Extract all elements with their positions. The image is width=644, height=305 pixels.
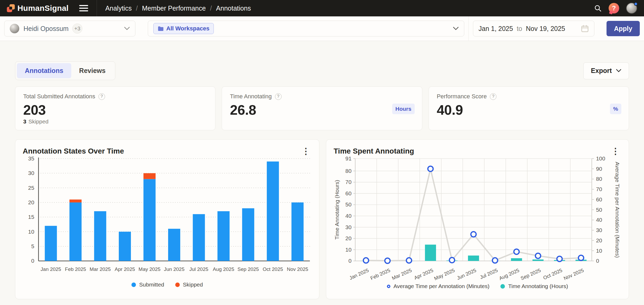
- member-name: Heidi Opossum: [23, 25, 69, 33]
- date-to[interactable]: Nov 19, 2025: [526, 25, 565, 33]
- bar-submitted: [69, 202, 82, 261]
- breadcrumb-analytics[interactable]: Analytics: [105, 4, 132, 12]
- stat-value: 40.9: [437, 102, 621, 118]
- bar-chart-svg: 05101520253035Jan 2025Feb 2025Mar 2025Ap…: [23, 155, 312, 280]
- humansignal-logo[interactable]: HumanSignal: [7, 4, 69, 13]
- right-tick-label: 60: [596, 196, 602, 202]
- legend-dot-icon: [131, 283, 136, 287]
- stat-card-total-submitted: Total Submitted Annotations ? 203 3Skipp…: [15, 86, 215, 130]
- right-tick-label: 50: [596, 207, 602, 213]
- left-tick-label: 0: [348, 258, 352, 264]
- left-tick-label: 10: [345, 247, 352, 253]
- x-tick-label: Apr 2025: [413, 267, 434, 281]
- legend-label: Average Time per Annotation (Minutes): [394, 283, 490, 289]
- member-avatar: [10, 24, 19, 33]
- tab-group: Annotations Reviews: [15, 61, 115, 80]
- legend-label: Submitted: [139, 281, 164, 288]
- help-circle-icon[interactable]: ?: [98, 93, 105, 100]
- export-button[interactable]: Export: [583, 62, 629, 79]
- right-tick-label: 100: [596, 155, 605, 161]
- x-tick-label: Jan 2025: [41, 266, 61, 272]
- x-tick-label: Sep 2025: [238, 266, 259, 272]
- x-tick-label: Feb 2025: [65, 266, 86, 272]
- legend-item[interactable]: Average Time per Annotation (Minutes): [387, 283, 490, 289]
- x-tick-label: May 2025: [139, 266, 160, 272]
- left-tick-label: 60: [345, 190, 352, 196]
- date-from[interactable]: Jan 1, 2025: [479, 25, 513, 33]
- x-tick-label: Jan 2025: [348, 267, 370, 281]
- stat-card-time-annotating: Time Annotating ? 26.8 Hours: [222, 86, 422, 130]
- help-circle-icon[interactable]: ?: [275, 93, 282, 100]
- x-tick-label: Nov 2025: [563, 267, 585, 281]
- user-avatar[interactable]: [626, 3, 637, 14]
- apply-button[interactable]: Apply: [607, 21, 640, 36]
- left-tick-label: 20: [345, 235, 352, 241]
- export-label: Export: [591, 67, 612, 75]
- bar-hours: [533, 260, 544, 261]
- right-tick-label: 40: [596, 217, 602, 223]
- stat-card-performance-score: Performance Score ? 40.9 %: [429, 86, 629, 130]
- bar-hours: [511, 258, 522, 261]
- calendar-icon[interactable]: [581, 25, 589, 33]
- workspace-select[interactable]: All Workspaces: [148, 21, 464, 36]
- workspace-chip[interactable]: All Workspaces: [153, 23, 214, 34]
- stat-value: 203: [23, 102, 207, 118]
- left-tick-label: 91: [345, 155, 352, 161]
- x-tick-label: Jul 2025: [479, 267, 499, 280]
- annotation-states-chart: 05101520253035Jan 2025Feb 2025Mar 2025Ap…: [23, 155, 312, 280]
- x-tick-label: Feb 2025: [370, 267, 391, 281]
- chevron-down-icon: [124, 27, 130, 30]
- legend-item-skipped[interactable]: Skipped: [175, 281, 203, 288]
- right-tick-label: 70: [596, 186, 602, 192]
- x-tick-label: Nov 2025: [287, 266, 308, 272]
- hamburger-menu-icon[interactable]: [79, 5, 88, 11]
- help-icon[interactable]: ?: [609, 3, 619, 13]
- right-tick-label: 20: [596, 237, 602, 243]
- folder-icon: [158, 26, 164, 31]
- unit-badge: %: [610, 104, 621, 114]
- y-tick-label: 35: [28, 155, 34, 161]
- right-tick-label: 0: [596, 258, 599, 264]
- avg-time-marker: [535, 253, 541, 258]
- date-range-input[interactable]: Jan 1, 2025 to Nov 19, 2025: [473, 21, 594, 36]
- x-tick-label: Oct 2025: [263, 266, 283, 272]
- search-icon[interactable]: [594, 4, 602, 12]
- tab-reviews[interactable]: Reviews: [71, 63, 113, 78]
- member-extra-badge: +3: [72, 24, 82, 34]
- left-axis-label: Time Annotating (Hours): [334, 180, 340, 239]
- breadcrumb-member-performance[interactable]: Member Performance: [142, 4, 206, 12]
- left-tick-label: 30: [345, 224, 352, 230]
- kebab-menu-icon[interactable]: ⋮: [300, 147, 312, 155]
- bars: [45, 161, 304, 261]
- y-tick-label: 25: [28, 185, 34, 191]
- stat-subtext: 3Skipped: [23, 118, 49, 125]
- member-select[interactable]: Heidi Opossum +3: [4, 21, 135, 36]
- avg-time-marker: [514, 249, 519, 254]
- bar-skipped: [69, 200, 82, 202]
- stat-label: Total Submitted Annotations: [23, 93, 95, 100]
- legend-item[interactable]: Time Annotating (Hours): [500, 283, 568, 289]
- x-tick-label: Aug 2025: [213, 266, 234, 272]
- y-tick-label: 5: [31, 243, 34, 249]
- gridlines: 0102030405060708091010203040506070809010…: [345, 155, 605, 264]
- bar-submitted: [144, 179, 156, 261]
- kebab-menu-icon[interactable]: ⋮: [610, 147, 621, 155]
- help-circle-icon[interactable]: ?: [490, 93, 496, 100]
- legend-ring-icon: [387, 285, 390, 288]
- x-tick-label: Mar 2025: [90, 266, 111, 272]
- tab-annotations[interactable]: Annotations: [17, 63, 71, 78]
- stat-cards: Total Submitted Annotations ? 203 3Skipp…: [15, 86, 629, 130]
- header-divider: [97, 0, 97, 16]
- bar-hours: [425, 245, 436, 261]
- bar-submitted: [267, 161, 279, 261]
- breadcrumb-annotations[interactable]: Annotations: [216, 4, 251, 12]
- x-tick-label: Sep 2025: [520, 267, 542, 281]
- legend-item-submitted[interactable]: Submitted: [131, 281, 164, 288]
- legend-dot-icon: [175, 283, 180, 287]
- right-tick-label: 90: [596, 166, 602, 172]
- time-spent-chart: 0102030405060708091010203040506070809010…: [334, 155, 621, 281]
- help-question-mark: ?: [612, 4, 616, 12]
- breadcrumb-separator: /: [210, 4, 212, 12]
- legend-dot-icon: [500, 284, 505, 289]
- bar-submitted: [291, 202, 304, 261]
